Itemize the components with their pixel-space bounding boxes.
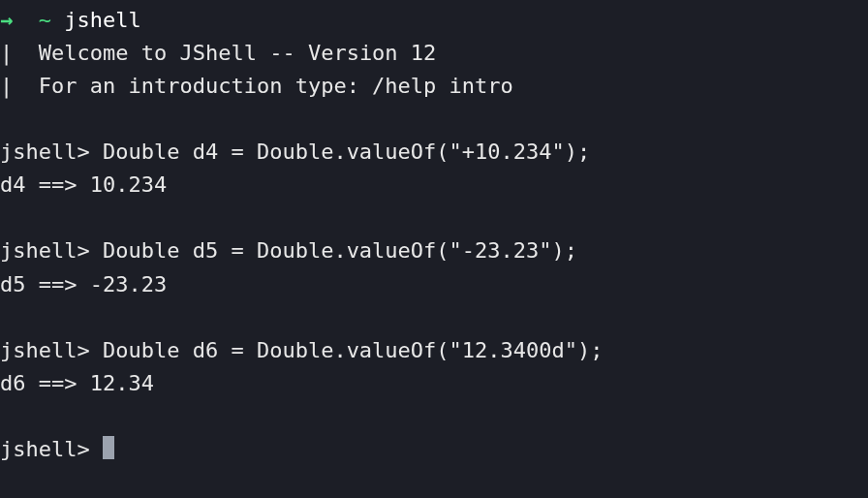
terminal-header-line: → ~ jshell — [0, 4, 868, 37]
jshell-result: d6 ==> 12.34 — [0, 371, 154, 395]
jshell-prompt: jshell> — [0, 338, 103, 362]
welcome-text-1: Welcome to JShell -- Version 12 — [39, 41, 437, 65]
welcome-text-2: For an introduction type: /help intro — [39, 74, 513, 98]
jshell-prompt: jshell> — [0, 437, 103, 461]
jshell-result-line: d5 ==> -23.23 — [0, 268, 868, 301]
jshell-code-input: Double d6 = Double.valueOf("12.3400d"); — [103, 338, 604, 362]
jshell-input-line[interactable]: jshell> Double d6 = Double.valueOf("12.3… — [0, 334, 868, 367]
jshell-result: d4 ==> 10.234 — [0, 172, 167, 197]
jshell-code-input: Double d4 = Double.valueOf("+10.234"); — [103, 140, 590, 164]
jshell-result-line: d6 ==> 12.34 — [0, 367, 868, 400]
jshell-input-line[interactable]: jshell> Double d5 = Double.valueOf("-23.… — [0, 234, 868, 267]
prompt-tilde: ~ — [39, 8, 51, 32]
blank-line — [0, 301, 868, 334]
blank-line — [0, 400, 868, 433]
welcome-line-1: | Welcome to JShell -- Version 12 — [0, 37, 868, 70]
jshell-result-line: d4 ==> 10.234 — [0, 169, 868, 202]
blank-line — [0, 103, 868, 136]
pipe-prefix: | — [0, 41, 39, 65]
jshell-prompt: jshell> — [0, 238, 103, 263]
blank-line — [0, 202, 868, 234]
command-text: jshell — [64, 8, 140, 32]
jshell-result: d5 ==> -23.23 — [0, 272, 167, 296]
prompt-arrow-icon: → — [0, 8, 13, 32]
jshell-active-prompt-line[interactable]: jshell> — [0, 433, 868, 466]
pipe-prefix: | — [0, 74, 39, 98]
jshell-code-input: Double d5 = Double.valueOf("-23.23"); — [103, 238, 577, 263]
jshell-prompt: jshell> — [0, 140, 103, 164]
jshell-input-line[interactable]: jshell> Double d4 = Double.valueOf("+10.… — [0, 136, 868, 169]
welcome-line-2: | For an introduction type: /help intro — [0, 70, 868, 103]
cursor-icon — [103, 436, 114, 459]
